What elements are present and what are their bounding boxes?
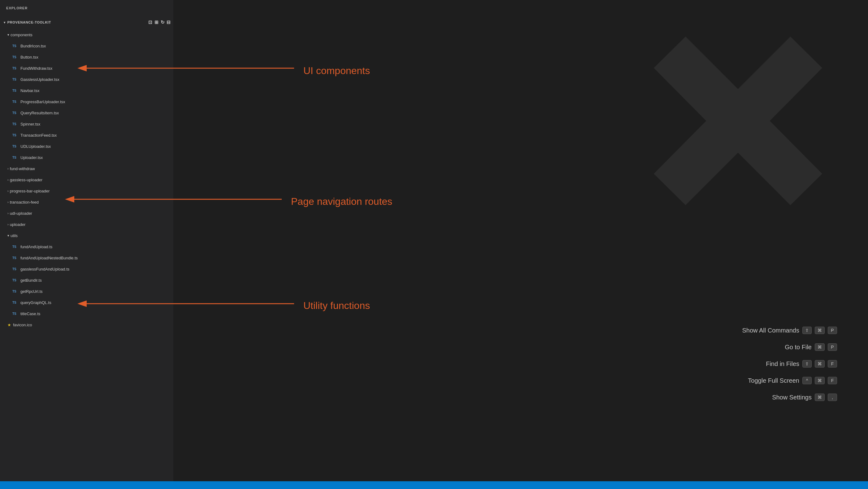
key-cmd: ⌘ bbox=[815, 377, 825, 384]
project-chevron: ▾ bbox=[4, 21, 6, 24]
folder-chevron: ▾ bbox=[7, 234, 9, 238]
file-bundlricon[interactable]: TS BundlrIcon.tsx bbox=[0, 40, 173, 52]
file-name: Spinner.tsx bbox=[21, 122, 40, 126]
folder-transaction-feed[interactable]: › transaction-feed bbox=[0, 197, 173, 208]
file-getbundlr[interactable]: TS getBundlr.ts bbox=[0, 275, 173, 286]
star-icon: ★ bbox=[7, 323, 11, 327]
command-palette: Show All Commands ⇧ ⌘ P Go to File ⌘ P F… bbox=[742, 325, 837, 408]
folder-utils[interactable]: ▾ utils bbox=[0, 230, 173, 241]
file-name: GasslessUploader.tsx bbox=[21, 77, 59, 82]
file-querygraphql[interactable]: TS queryGraphQL.ts bbox=[0, 297, 173, 308]
file-name: getBundlr.ts bbox=[21, 278, 42, 283]
folder-name: utils bbox=[10, 233, 18, 238]
folder-name: uploader bbox=[10, 222, 26, 227]
command-label: Go to File bbox=[785, 344, 812, 351]
ui-components-label: UI components bbox=[303, 65, 370, 76]
file-name: UDLUploader.tsx bbox=[21, 144, 51, 149]
folder-progress-bar-uploader[interactable]: › progress-bar-uploader bbox=[0, 185, 173, 197]
folder-chevron: › bbox=[7, 200, 9, 204]
file-spinner[interactable]: TS Spinner.tsx bbox=[0, 118, 173, 130]
folder-name: progress-bar-uploader bbox=[10, 189, 50, 193]
ts-badge: TS bbox=[12, 89, 19, 92]
command-label: Show Settings bbox=[772, 394, 812, 401]
key-ctrl: ^ bbox=[802, 377, 812, 384]
ts-badge: TS bbox=[12, 245, 19, 249]
file-queryresultsitem[interactable]: TS QueryResultsItem.tsx bbox=[0, 107, 173, 118]
folder-name: fund-withdraw bbox=[10, 166, 35, 171]
annotation-label-utility-functions: Utility functions bbox=[303, 300, 370, 311]
collapse-icon[interactable]: ⊟ bbox=[166, 20, 171, 25]
file-getrpcurl[interactable]: TS getRpcUrl.ts bbox=[0, 286, 173, 297]
file-navbar[interactable]: TS Navbar.tsx bbox=[0, 85, 173, 96]
key-p: P bbox=[828, 343, 837, 351]
file-favicon[interactable]: ★ favicon.ico bbox=[0, 319, 173, 330]
file-name: Navbar.tsx bbox=[21, 88, 39, 93]
new-folder-icon[interactable]: ⊞ bbox=[154, 20, 159, 25]
folder-fund-withdraw[interactable]: › fund-withdraw bbox=[0, 163, 173, 174]
file-name: queryGraphQL.ts bbox=[21, 300, 52, 305]
key-cmd: ⌘ bbox=[815, 327, 825, 334]
folder-chevron: › bbox=[7, 211, 9, 215]
folder-udl-uploader[interactable]: › udl-uploader bbox=[0, 208, 173, 219]
file-name: fundAndUpload.ts bbox=[21, 244, 52, 249]
project-header[interactable]: ▾ PROVENANCE-TOOLKIT ⊡ ⊞ ↻ ⊟ bbox=[0, 16, 173, 29]
main-area: Show All Commands ⇧ ⌘ P Go to File ⌘ P F… bbox=[173, 0, 868, 489]
file-gasslessfundandupload[interactable]: TS gasslessFundAndUpload.ts bbox=[0, 263, 173, 275]
file-name: TransactionFeed.tsx bbox=[21, 133, 57, 138]
folder-gassless-uploader[interactable]: › gassless-uploader bbox=[0, 174, 173, 185]
file-fundwithdraw[interactable]: TS FundWithdraw.tsx bbox=[0, 63, 173, 74]
ts-badge: TS bbox=[12, 44, 19, 48]
vscode-watermark bbox=[633, 16, 843, 226]
file-fundanduploadnestedbundle[interactable]: TS fundAndUploadNestedBundle.ts bbox=[0, 252, 173, 263]
annotation-label-page-navigation: Page navigation routes bbox=[291, 196, 392, 207]
folder-name: transaction-feed bbox=[10, 200, 39, 204]
more-icon[interactable]: ··· bbox=[164, 6, 168, 10]
annotation-label-ui-components: UI components bbox=[303, 65, 370, 77]
folder-chevron: › bbox=[7, 223, 9, 226]
project-header-left: ▾ PROVENANCE-TOOLKIT bbox=[4, 21, 51, 24]
command-row-find-in-files: Find in Files ⇧ ⌘ F bbox=[742, 358, 837, 369]
file-name: fundAndUploadNestedBundle.ts bbox=[21, 256, 78, 260]
folder-chevron: ▾ bbox=[7, 33, 9, 37]
file-fundandupload[interactable]: TS fundAndUpload.ts bbox=[0, 241, 173, 252]
file-transactionfeed[interactable]: TS TransactionFeed.tsx bbox=[0, 130, 173, 141]
file-titlecase[interactable]: TS titleCase.ts bbox=[0, 308, 173, 319]
file-uploader[interactable]: TS Uploader.tsx bbox=[0, 152, 173, 163]
file-name: Uploader.tsx bbox=[21, 155, 43, 160]
folder-uploader[interactable]: › uploader bbox=[0, 219, 173, 230]
command-label: Find in Files bbox=[766, 361, 799, 368]
file-name: titleCase.ts bbox=[21, 311, 40, 316]
page-navigation-label: Page navigation routes bbox=[291, 196, 392, 207]
key-f: F bbox=[828, 360, 837, 368]
file-name: favicon.ico bbox=[13, 323, 32, 327]
command-row-toggle-fullscreen: Toggle Full Screen ^ ⌘ F bbox=[742, 375, 837, 386]
folder-chevron: › bbox=[7, 178, 9, 181]
ts-badge: TS bbox=[12, 301, 19, 304]
key-cmd: ⌘ bbox=[815, 394, 825, 401]
file-name: ProgressBarUploader.tsx bbox=[21, 99, 65, 104]
file-button[interactable]: TS Button.tsx bbox=[0, 52, 173, 63]
key-shift: ⇧ bbox=[802, 360, 812, 368]
folder-components[interactable]: ▾ components bbox=[0, 29, 173, 40]
file-progressbaruploader[interactable]: TS ProgressBarUploader.tsx bbox=[0, 96, 173, 107]
folder-chevron: › bbox=[7, 167, 9, 170]
refresh-icon[interactable]: ↻ bbox=[161, 20, 165, 25]
folder-name: udl-uploader bbox=[10, 211, 32, 216]
ts-badge: TS bbox=[12, 256, 19, 260]
file-udluploader[interactable]: TS UDLUploader.tsx bbox=[0, 141, 173, 152]
key-comma: , bbox=[828, 394, 837, 401]
file-name: QueryResultsItem.tsx bbox=[21, 111, 59, 115]
key-f: F bbox=[828, 377, 837, 384]
ts-badge: TS bbox=[12, 55, 19, 59]
ts-badge: TS bbox=[12, 267, 19, 271]
key-cmd: ⌘ bbox=[815, 343, 825, 351]
command-row-show-all: Show All Commands ⇧ ⌘ P bbox=[742, 325, 837, 336]
file-gasslessuploader[interactable]: TS GasslessUploader.tsx bbox=[0, 74, 173, 85]
file-name: getRpcUrl.ts bbox=[21, 289, 43, 294]
ts-badge: TS bbox=[12, 312, 19, 315]
status-bar bbox=[0, 481, 868, 489]
ts-badge: TS bbox=[12, 78, 19, 81]
utility-functions-label: Utility functions bbox=[303, 300, 370, 311]
new-file-icon[interactable]: ⊡ bbox=[148, 20, 153, 25]
ts-badge: TS bbox=[12, 145, 19, 148]
